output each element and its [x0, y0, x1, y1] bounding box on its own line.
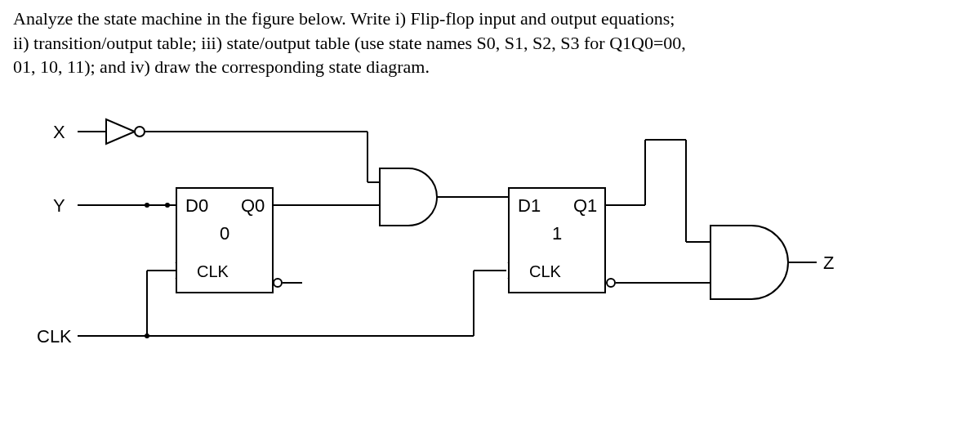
- circuit-diagram: X Y CLK Z D0 Q0 0 CLK D1 Q1 1 CLK: [0, 91, 980, 418]
- input-y-label: Y: [53, 195, 65, 217]
- svg-point-2: [135, 127, 145, 136]
- question-text: Analyze the state machine in the figure …: [0, 0, 980, 83]
- svg-marker-1: [106, 119, 135, 144]
- question-line1: Analyze the state machine in the figure …: [13, 8, 675, 29]
- ff1-q-label: Q1: [573, 195, 597, 217]
- input-x-label: X: [53, 122, 65, 143]
- ff1-d-label: D1: [518, 195, 541, 217]
- ff0-d-label: D0: [185, 195, 208, 217]
- flipflop-0: D0 Q0 0 CLK: [176, 187, 274, 293]
- and-gate-2-icon: [710, 226, 788, 299]
- not-gate-icon: [78, 119, 145, 144]
- ff0-qbar-bubble-icon: [273, 278, 283, 288]
- question-line3: 01, 10, 11); and iv) draw the correspond…: [13, 56, 430, 77]
- svg-point-8: [145, 203, 149, 208]
- ff1-index-label: 1: [552, 223, 562, 244]
- svg-point-7: [165, 203, 170, 208]
- ff1-clk-label: CLK: [529, 262, 561, 281]
- ff0-index-label: 0: [220, 223, 229, 244]
- input-clk-label: CLK: [37, 326, 72, 347]
- ff0-q-label: Q0: [241, 195, 265, 217]
- ff1-qbar-bubble-icon: [606, 278, 616, 288]
- output-z-label: Z: [823, 253, 834, 274]
- and-gate-1-icon: [380, 168, 437, 226]
- flipflop-1: D1 Q1 1 CLK: [508, 187, 606, 293]
- ff0-clk-label: CLK: [197, 262, 229, 281]
- svg-point-12: [145, 333, 149, 338]
- question-line2: ii) transition/output table; iii) state/…: [13, 33, 686, 53]
